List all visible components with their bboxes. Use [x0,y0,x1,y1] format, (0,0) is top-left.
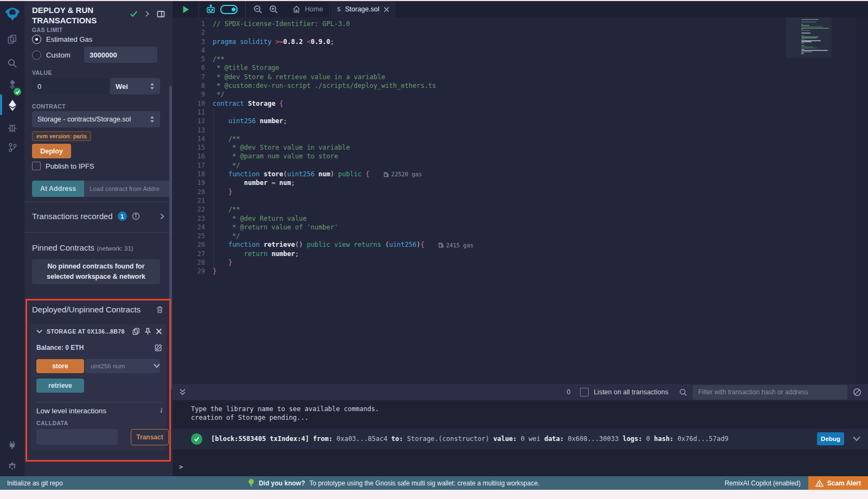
panel-forward-icon[interactable] [144,11,150,17]
zoom-in-icon[interactable] [269,5,278,14]
radio-custom-icon [32,50,41,60]
calldata-input[interactable] [36,429,118,445]
code-line: * @custom:dev-run-script ./scripts/deplo… [213,81,474,90]
line-number: 10 [173,99,205,108]
collapse-terminal-icon[interactable] [179,388,186,396]
gas-limit-label: GAS LIMIT [32,27,63,33]
radio-estimated-gas[interactable]: Estimated Gas [32,35,92,44]
editor-right-gutter [856,17,868,384]
sidebar-item-git[interactable] [0,138,24,157]
at-address-button[interactable]: At Address [32,181,84,197]
zoom-out-icon[interactable] [253,5,263,14]
run-script-icon[interactable] [182,5,190,14]
sidebar-item-plugin-manager[interactable] [0,435,24,455]
line-number: 11 [173,108,205,117]
terminal-filter-input[interactable] [693,385,847,400]
copy-icon[interactable] [132,328,140,335]
gas-estimate-annotation: 2415 gas [438,241,474,250]
line-number: 13 [173,126,205,135]
sidebar-item-file-explorer[interactable] [0,29,24,49]
minimap-line [801,28,829,29]
line-number: 16 [173,152,205,161]
copilot-toggle[interactable] [220,5,238,14]
minimap-line [801,30,810,31]
minimap-line [801,53,804,54]
transaction-log-row[interactable]: [block:5583405 txIndex:4] from: 0xa03...… [173,428,868,449]
ai-assistant-icon[interactable] [206,4,216,14]
store-arg-input[interactable] [85,359,160,373]
gas-estimate-annotation: 22520 gas [384,170,422,178]
close-tab-icon[interactable] [384,7,390,12]
debug-button[interactable]: Debug [817,432,844,445]
info-icon[interactable] [132,212,140,220]
close-icon[interactable] [156,328,162,335]
git-init-button[interactable]: Initialize as git repo [7,479,63,487]
value-input[interactable] [32,78,108,94]
pin-panel-icon[interactable] [157,10,165,18]
divider [24,232,173,233]
minimap-line [801,36,819,37]
listen-count: 0 [567,388,571,396]
minimap-line [801,45,805,46]
edit-icon[interactable] [155,344,162,351]
code-editor[interactable]: 1234567891011121314151617181920212223242… [173,17,868,384]
window-bottom-edge [0,490,868,499]
line-number: 26 [173,240,205,249]
transact-button[interactable]: Transact [131,429,169,445]
sidebar-item-solidity-compiler[interactable] [0,75,24,94]
trash-icon[interactable] [156,306,163,314]
scam-alert-button[interactable]: Scam Alert [808,476,868,490]
contract-select[interactable]: Storage - contracts/Storage.sol [32,111,160,127]
line-number: 24 [173,223,205,232]
tab-home[interactable]: Home [286,1,329,17]
toolbar-separator [199,1,199,17]
sidebar-item-deploy-run[interactable] [0,95,24,115]
minimap-line [801,27,823,28]
line-number: 18 [173,170,205,178]
expand-tx-icon[interactable] [159,213,165,220]
listen-label[interactable]: Listen on all transactions [593,388,668,396]
tab-storage-sol[interactable]: S Storage.sol [330,1,397,17]
radio-custom-gas[interactable]: Custom [32,47,71,63]
code-line: return number; [213,250,474,258]
toolbar-separator [245,1,246,17]
code-line: /** [213,135,474,143]
clear-terminal-icon[interactable] [853,388,861,396]
sidebar-item-settings[interactable] [0,457,24,476]
code-line: */ [213,90,474,99]
panel-scrollbar[interactable] [169,86,172,389]
warning-icon [815,479,824,487]
retrieve-function-button[interactable]: retrieve [36,379,84,393]
listen-checkbox[interactable] [580,388,589,396]
sidebar-item-search[interactable] [0,53,24,73]
at-address-input[interactable] [84,181,171,197]
expand-args-icon[interactable] [154,363,160,368]
terminal[interactable]: Type the library name to see available c… [173,400,868,476]
code-line: } [213,267,474,276]
line-number: 5 [173,55,205,63]
minimap-line [801,47,813,48]
publish-ipfs-checkbox[interactable] [32,162,41,170]
copilot-status[interactable]: RemixAI Copilot (enabled) [725,479,801,487]
code-line [213,108,474,117]
transactions-recorded-row[interactable]: Transactions recorded 1 [32,212,165,221]
tx-count-badge: 1 [118,212,127,221]
terminal-toolbar: 0 Listen on all transactions [173,384,868,400]
sidebar-item-debugger[interactable] [0,117,24,137]
pin-icon[interactable] [144,328,151,335]
expand-log-icon[interactable] [853,436,860,442]
deploy-button[interactable]: Deploy [32,144,71,158]
deploy-run-icon [7,99,18,111]
terminal-prompt[interactable]: > [179,463,183,471]
custom-gas-input[interactable] [84,47,157,63]
code-line: * @return value of 'number' [213,223,474,232]
store-function-button[interactable]: store [36,359,84,373]
line-number: 4 [173,46,205,55]
divider [36,402,162,402]
publish-ipfs-row[interactable]: Publish to IPFS [32,162,94,170]
value-unit-select[interactable]: Wei [110,78,160,94]
instance-header-row[interactable]: STORAGE AT 0X136...8B78 [36,328,162,335]
remix-logo[interactable] [0,4,24,24]
git-branch-icon [8,143,17,152]
lowlevel-info-icon[interactable]: i [161,407,162,415]
